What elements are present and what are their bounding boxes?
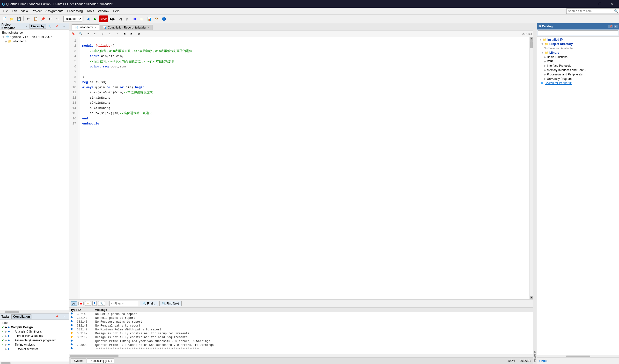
run-sim-button[interactable]: ▶▶ [109,15,116,22]
code-scrollbar-v[interactable]: ▲ ▼ [530,37,533,299]
undo-button[interactable]: ↩ [47,15,54,22]
msg-scrollbar-h[interactable] [69,354,533,357]
next-bookmark-button[interactable]: ▶ [128,30,135,37]
clear-bookmarks-button[interactable]: 🗑 [135,30,142,37]
task-eda[interactable]: ✓ ▶ EDA Netlist Writer [1,347,68,351]
indent-button[interactable]: ⇥ [85,30,91,37]
minimize-button[interactable]: ― [583,0,594,8]
task-timing[interactable]: ✓ ▶ Timing Analysis [1,342,68,347]
tasks-pin-button[interactable]: 📌 [54,314,60,319]
bookmark-button[interactable]: 🔖 [70,30,77,37]
ip-installed-ip[interactable]: ▼ 📁 Installed IP [538,38,618,42]
scroll-thumb[interactable] [530,41,533,48]
msg-row-9[interactable]: ****************************************… [70,347,532,351]
code-content[interactable]: module fulladder( //输入信号，ain表示被加数，bin表示加… [80,37,530,299]
task-analysis-synthesis[interactable]: ✓ ▶ Analysis & Synthesis [1,329,68,334]
prev-bookmark-button[interactable]: ◀ [121,30,128,37]
menu-help[interactable]: Help [111,8,121,14]
menu-window[interactable]: Window [96,8,111,14]
menu-tools[interactable]: Tools [85,8,96,14]
project-dropdown[interactable]: fulladder [63,16,82,22]
nav-pin-button[interactable]: 📌 [54,24,60,28]
msg-row-4[interactable]: 332140 No Minimum Pulse Width paths to r… [70,328,532,332]
module-item[interactable]: ▶ 📁 fulladder ⚙ [1,39,68,43]
ip-dsp[interactable]: ▶ DSP [538,59,618,64]
chip-planner-button[interactable]: ⊞ [139,15,145,22]
nav-scrollbar[interactable] [0,310,69,313]
filter-warning-button[interactable]: ⚠ [85,301,91,306]
back-button[interactable]: ◁ [117,15,124,22]
menu-assignments[interactable]: Assignments [43,8,65,14]
cut-button[interactable]: ✂ [25,15,32,22]
filter-input[interactable] [109,301,138,306]
ip-catalog-toolbar-button[interactable]: 🔵 [160,15,167,22]
task-compile-design[interactable]: ✓ ▶ Compile Design [1,325,68,329]
maximize-button[interactable]: □ [594,0,605,8]
task-fitter[interactable]: ✓ ▶ Fitter (Place & Route) [1,334,68,338]
save-button[interactable]: 💾 [15,15,22,22]
signaltap-button[interactable]: 📊 [146,15,153,22]
compile-check-button[interactable]: ✓ [114,30,120,37]
tab-fulladder-v[interactable]: 📄 fulladder.v ✕ [71,24,99,30]
device-item[interactable]: ▼ 💎 Cyclone IV E: EP4CE115F29C7 [1,35,68,39]
filter-all-button[interactable]: All [70,301,77,306]
task-assembler[interactable]: ✓ ▶ Assembler (Generate programm... [1,338,68,342]
outdent-button[interactable]: ⇤ [92,30,99,37]
compile-button[interactable]: ◀ [85,15,91,22]
ip-project-directory[interactable]: ▼ 📁 Project Directory [538,42,618,46]
nav-close-button[interactable]: ✕ [61,24,68,28]
msg-row-8[interactable]: 293000 Quartus Prime Full Compilation wa… [70,343,532,347]
ip-partner[interactable]: Search for Partner IP [538,81,618,85]
top-search-input[interactable] [566,8,619,14]
msg-row-1[interactable]: 332140 No Hold paths to report [70,316,532,320]
msg-row-0[interactable]: 332140 No Setup paths to report [70,312,532,316]
ip-library[interactable]: ▼ 📁 Library [538,51,618,55]
tasks-scrollbar[interactable] [0,362,69,364]
forward-button[interactable]: ▷ [124,15,131,22]
scroll-up-button[interactable]: ▲ [530,37,533,41]
menu-project[interactable]: Project [30,8,43,14]
close-button[interactable]: ✕ [606,0,617,8]
msg-row-2[interactable]: 332140 No Recovery paths to report [70,320,532,324]
tab-compilation-report[interactable]: 📊 Compilation Report - fulladder ✕ [100,25,153,30]
tab-close-button[interactable]: ✕ [94,26,96,29]
copy-button[interactable]: 📋 [32,15,39,22]
ip-catalog-close-button[interactable]: ✕ [614,25,618,28]
report-tab-close-button[interactable]: ✕ [148,26,150,29]
filter-custom-button[interactable]: 🔧 [98,301,105,306]
ip-processors[interactable]: ▶ Processors and Peripherals [538,72,618,77]
msg-row-6[interactable]: 332102 Design is not fully constrained f… [70,336,532,339]
new-file-button[interactable]: 📄 [1,15,8,22]
find-button[interactable]: 🔍 Find... [140,301,158,306]
filter-error-button[interactable] [78,302,84,305]
nav-search-button[interactable]: 🔍 [46,24,53,28]
comment-button[interactable]: // [99,30,106,37]
filter-info-button[interactable]: ℹ [92,301,97,306]
ip-memory-interfaces[interactable]: ▶ Memory Interfaces and Cont... [538,68,618,72]
netlist-button[interactable]: ⊕ [131,15,138,22]
open-file-button[interactable]: 📁 [8,15,15,22]
redo-button[interactable]: ↪ [54,15,61,22]
tasks-close-button[interactable]: ✕ [61,314,68,319]
menu-file[interactable]: File [1,8,10,14]
menu-view[interactable]: View [19,8,30,14]
msg-row-7[interactable]: Quartus Prime Timing Analyzer was succes… [70,339,532,343]
find-next-button[interactable]: 🔍 Find Next [159,301,182,306]
ip-scrollbar-h[interactable] [537,355,619,357]
msg-row-3[interactable]: 332140 No Removal paths to report [70,324,532,328]
compilation-tab[interactable]: Compilation [11,314,31,319]
msg-row-5[interactable]: 332102 Design is not fully constrained f… [70,332,532,336]
menu-edit[interactable]: Edit [10,8,19,14]
status-tab-processing[interactable]: Processing (117) [87,358,114,363]
scroll-down-button[interactable]: ▼ [530,296,533,299]
status-tab-system[interactable]: System [71,358,86,363]
ip-add-button[interactable]: + Add... [538,359,549,363]
ip-interface-protocols[interactable]: ▶ Interface Protocols [538,64,618,68]
ip-basic-functions[interactable]: ▶ Basic Functions [538,55,618,59]
ip-search-input[interactable] [538,30,618,35]
side-label-messages[interactable]: Messages [534,349,536,364]
uncomment-button[interactable]: \ [106,30,113,37]
ip-catalog-pin-button[interactable]: 📌 [608,25,613,28]
paste-button[interactable]: 📌 [39,15,46,22]
ip-university-program[interactable]: ▶ University Program [538,77,618,81]
